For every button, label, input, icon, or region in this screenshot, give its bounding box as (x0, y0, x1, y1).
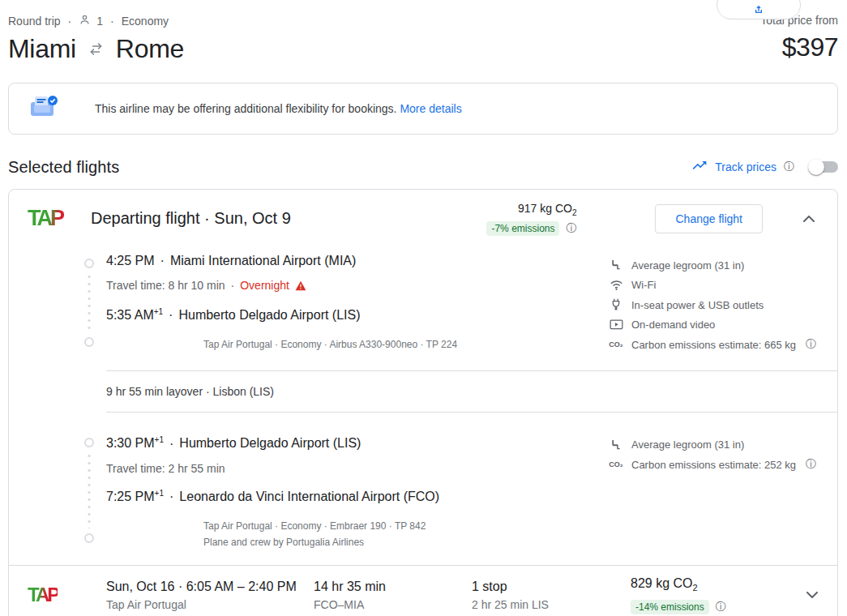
next-day-indicator: +1 (155, 489, 164, 498)
next-day-indicator: +1 (155, 435, 164, 444)
emissions-badge: -7% emissions (486, 221, 559, 236)
segment-1-departure: 4:25 PM·Miami International Airport (MIA… (106, 253, 609, 269)
departing-emissions-block: 917 kg CO2 -7% emissions ⓘ (486, 202, 576, 236)
track-prices-control[interactable]: Track prices ⓘ (691, 157, 838, 177)
route-header: Round trip · 1 · Economy Miami Rome (8, 11, 184, 64)
return-date-times: Sun, Oct 16 · 6:05 AM – 2:40 PM (106, 579, 314, 595)
emissions-badge: -14% emissions (631, 600, 709, 614)
share-icon (755, 2, 763, 17)
segment-2-meta: Tap Air Portugal · Economy · Embraer 190… (203, 518, 609, 550)
emissions-badge-row: -14% emissions ⓘ (631, 600, 794, 614)
warning-triangle-icon (295, 280, 306, 293)
co2-amount: 917 kg CO2 (518, 202, 577, 217)
segment-2-meta-line2: Plane and crew by Portugalia Airlines (203, 534, 609, 550)
on-demand-video-icon (609, 319, 623, 331)
return-duration-cell: 14 hr 35 min FCO–MIA (314, 579, 472, 612)
timeline-origin-dot (84, 259, 94, 268)
timeline-destination-dot (84, 533, 94, 543)
departure-airport: Humberto Delgado Airport (LIS) (179, 437, 361, 451)
segment-1-arrival: 5:35 AM+1·Humberto Delgado Airport (LIS) (106, 304, 609, 323)
emissions-info-icon[interactable]: ⓘ (716, 600, 726, 614)
amenity-wifi: Wi-Fi (609, 275, 818, 295)
arrival-time: 5:35 AM (106, 308, 154, 322)
segment-2-arrival: 7:25 PM+1·Leonardo da Vinci Internationa… (106, 486, 609, 505)
segment-1-details: 4:25 PM·Miami International Airport (MIA… (9, 253, 609, 355)
track-prices-info-icon[interactable]: ⓘ (784, 160, 794, 174)
emissions-info-icon[interactable]: ⓘ (566, 221, 576, 236)
return-airline-name: Tap Air Portugal (106, 598, 314, 612)
more-details-link[interactable]: More details (400, 102, 461, 115)
segment-2-details: 3:30 PM+1·Humberto Delgado Airport (LIS)… (9, 432, 609, 550)
trending-chart-icon (691, 157, 708, 177)
co2-amount: 829 kg CO2 (631, 575, 794, 596)
timeline-dotted-line (88, 452, 91, 528)
segment-2-travel-time: Travel time: 2 hr 55 min (106, 462, 609, 476)
segment-1-timeline (84, 259, 94, 348)
return-stop-detail: 2 hr 25 min LIS (472, 598, 631, 612)
booking-flexibility-icon (28, 94, 59, 123)
section-title: Selected flights (8, 158, 119, 177)
return-datetime-cell: Sun, Oct 16 · 6:05 AM – 2:40 PM Tap Air … (106, 579, 314, 612)
timeline-destination-dot (84, 337, 94, 347)
destination-city: Rome (116, 34, 184, 64)
return-flight-row[interactable]: TAP Sun, Oct 16 · 6:05 AM – 2:40 PM Tap … (9, 566, 837, 616)
dot-separator: · (110, 15, 114, 28)
co2-icon: CO₂ (609, 460, 623, 468)
passenger-count: 1 (96, 15, 103, 28)
departure-time: 3:30 PM (106, 437, 155, 451)
amenity-carbon: CO₂ Carbon emissions estimate: 252 kg ⓘ (609, 455, 818, 475)
segment-1-amenities: Average legroom (31 in) Wi-Fi In-seat po… (609, 253, 818, 355)
timeline-origin-dot (84, 438, 94, 447)
selected-flights-card: TAP Departing flight · Sun, Oct 9 917 kg… (8, 189, 838, 616)
amenity-legroom: Average legroom (31 in) (609, 434, 818, 455)
arrival-airport: Leonardo da Vinci International Airport … (179, 490, 439, 503)
return-duration: 14 hr 35 min (314, 579, 472, 595)
cabin-class-label: Economy (122, 15, 169, 28)
return-route: FCO–MIA (314, 598, 472, 612)
route-title: Miami Rome (8, 34, 184, 64)
layover-info: 9 hr 55 min layover · Lisbon (LIS) (106, 370, 837, 413)
swap-cities-icon (88, 34, 105, 64)
carbon-info-icon[interactable]: ⓘ (806, 337, 816, 352)
collapse-departing-chevron-icon[interactable] (800, 212, 818, 225)
segment-2-amenities: Average legroom (31 in) CO₂ Carbon emiss… (609, 432, 818, 550)
tap-airline-logo: TAP (28, 584, 58, 605)
arrival-time: 7:25 PM (106, 490, 155, 503)
amenity-carbon: CO₂ Carbon emissions estimate: 665 kg ⓘ (609, 335, 818, 355)
trip-meta: Round trip · 1 · Economy (8, 11, 184, 28)
segment-2-timeline (84, 438, 94, 543)
tap-airline-logo: TAP (28, 207, 81, 229)
track-prices-toggle[interactable] (808, 159, 838, 175)
segment-2-meta-line1: Tap Air Portugal · Economy · Embraer 190… (203, 518, 609, 534)
track-prices-label[interactable]: Track prices (715, 160, 776, 173)
expand-return-chevron-icon[interactable] (794, 592, 818, 598)
segment-1-meta: Tap Air Portugal · Economy · Airbus A330… (203, 336, 609, 353)
departing-flight-title: Departing flight · Sun, Oct 9 (91, 209, 291, 228)
return-airline-logo-cell: TAP (28, 585, 106, 605)
flights-page: Round trip · 1 · Economy Miami Rome Tota… (0, 0, 847, 616)
legroom-seat-icon (609, 259, 623, 272)
dot-separator: · (68, 15, 72, 28)
next-day-indicator: +1 (154, 307, 163, 316)
origin-city: Miami (8, 34, 76, 64)
departure-airport: Miami International Airport (MIA) (170, 254, 356, 267)
departing-flight-header: TAP Departing flight · Sun, Oct 9 917 kg… (9, 190, 837, 246)
co2-icon: CO₂ (609, 340, 623, 349)
arrival-airport: Humberto Delgado Airport (LIS) (178, 308, 360, 322)
wifi-icon (609, 279, 623, 291)
power-outlet-icon (609, 298, 623, 311)
legroom-seat-icon (609, 438, 623, 451)
emissions-badge-row: -7% emissions ⓘ (486, 221, 576, 236)
carbon-info-icon[interactable]: ⓘ (806, 457, 816, 472)
flexibility-banner: This airline may be offering additional … (8, 83, 838, 135)
selected-flights-section-header: Selected flights Track prices ⓘ (8, 157, 838, 177)
segment-1-travel-time: Travel time: 8 hr 10 min·Overnight (106, 279, 609, 294)
change-flight-button[interactable]: Change flight (655, 204, 763, 233)
amenity-video: On-demand video (609, 314, 818, 335)
passenger-icon (79, 14, 91, 28)
departure-time: 4:25 PM (106, 254, 155, 267)
return-stops-cell: 1 stop 2 hr 25 min LIS (472, 579, 631, 612)
amenity-power: In-seat power & USB outlets (609, 295, 818, 315)
toggle-knob (808, 159, 824, 175)
share-button[interactable] (717, 0, 801, 19)
